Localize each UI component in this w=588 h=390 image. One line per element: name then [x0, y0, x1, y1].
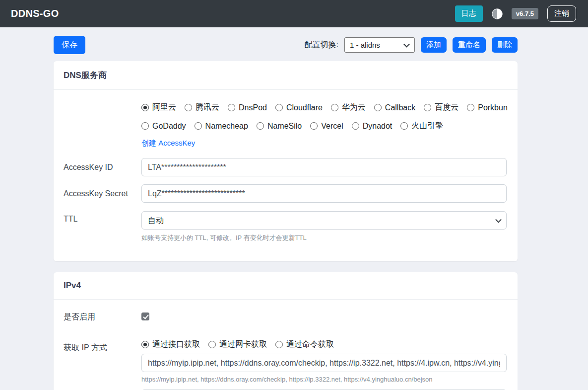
ipv4-ip-method-row: 获取 IP 方式 通过接口获取 通过网卡获取 通过命令获取 https://my…: [64, 339, 507, 390]
radio-icon: [257, 122, 264, 130]
provider-radio-namecheap[interactable]: Namecheap: [195, 122, 248, 131]
ipv4-enable-checkbox[interactable]: [141, 312, 149, 320]
ipv4-enable-label: 是否启用: [64, 312, 141, 322]
provider-radio-tencent[interactable]: 腾讯云: [185, 102, 219, 113]
radio-icon: [352, 122, 359, 130]
rename-config-button[interactable]: 重命名: [453, 37, 486, 53]
provider-radio-vercel[interactable]: Vercel: [310, 122, 343, 131]
radio-icon: [141, 104, 149, 111]
navbar-right: 日志 v6.7.5 注销: [455, 5, 576, 22]
provider-radio-row-1: 阿里云 腾讯云 DnsPod Cloudflare 华为云 Callback 百…: [141, 102, 507, 113]
provider-radio-namesilo[interactable]: NameSilo: [257, 122, 302, 131]
dns-card-body: 阿里云 腾讯云 DnsPod Cloudflare 华为云 Callback 百…: [54, 90, 518, 261]
radio-icon: [141, 122, 149, 130]
ip-method-radio-netcard[interactable]: 通过网卡获取: [208, 339, 267, 350]
delete-config-button[interactable]: 删除: [492, 37, 518, 53]
ttl-row: TTL 自动 如账号支持更小的 TTL, 可修改。IP 有变化时才会更新TTL: [64, 211, 507, 242]
config-select[interactable]: 1 - alidns: [344, 37, 415, 53]
radio-icon: [275, 341, 283, 348]
radio-icon: [400, 122, 408, 130]
accesskey-id-row: AccessKey ID: [64, 158, 507, 176]
radio-icon: [195, 122, 202, 130]
ipv4-card: IPv4 是否启用 获取 IP 方式 通过接口获取 通过网卡获取 通过命令获取: [54, 272, 518, 390]
provider-radio-group: 阿里云 腾讯云 DnsPod Cloudflare 华为云 Callback 百…: [141, 102, 507, 148]
ttl-label: TTL: [64, 211, 141, 224]
ipv4-card-title: IPv4: [64, 281, 508, 291]
provider-radio-baidu[interactable]: 百度云: [424, 102, 458, 113]
navbar: DDNS-GO 日志 v6.7.5 注销: [0, 0, 588, 27]
ttl-select[interactable]: 自动: [141, 211, 507, 230]
accesskey-secret-input[interactable]: [141, 184, 507, 203]
config-switch-label: 配置切换:: [305, 40, 338, 50]
radio-icon: [374, 104, 382, 111]
accesskey-secret-label: AccessKey Secret: [64, 189, 141, 198]
dns-provider-card: DNS服务商 阿里云 腾讯云 DnsPod Cloudflare 华为云 Cal…: [54, 61, 518, 261]
ipv4-enable-row: 是否启用: [64, 312, 507, 322]
logout-button[interactable]: 注销: [547, 5, 576, 22]
ip-method-radio-api[interactable]: 通过接口获取: [141, 339, 200, 350]
provider-radio-dnspod[interactable]: DnsPod: [228, 103, 267, 112]
provider-radio-volcengine[interactable]: 火山引擎: [400, 121, 443, 131]
main-container: 保存 配置切换: 1 - alidns 添加 重命名 删除 DNS服务商 阿里云…: [54, 36, 518, 390]
ipv4-api-url-help: https://myip.ipip.net, https://ddns.oray…: [141, 376, 507, 383]
ipv4-card-body: 是否启用 获取 IP 方式 通过接口获取 通过网卡获取 通过命令获取 https…: [54, 300, 518, 390]
accesskey-id-label: AccessKey ID: [64, 163, 141, 172]
ip-method-radio-row: 通过接口获取 通过网卡获取 通过命令获取: [141, 339, 507, 350]
radio-icon: [331, 104, 338, 111]
create-accesskey-link[interactable]: 创建 AccessKey: [141, 139, 195, 147]
config-select-wrap: 1 - alidns: [344, 37, 415, 53]
add-config-button[interactable]: 添加: [421, 37, 447, 53]
provider-radio-huawei[interactable]: 华为云: [331, 102, 366, 113]
dns-card-title: DNS服务商: [64, 70, 508, 81]
toolbar: 保存 配置切换: 1 - alidns 添加 重命名 删除: [54, 36, 518, 54]
app-brand: DDNS-GO: [11, 8, 59, 19]
provider-radio-row-2: GoDaddy Namecheap NameSilo Vercel Dynado…: [141, 121, 507, 131]
version-badge: v6.7.5: [512, 8, 538, 19]
save-button[interactable]: 保存: [54, 36, 85, 54]
radio-icon: [141, 341, 149, 348]
radio-icon: [185, 104, 192, 111]
radio-icon: [467, 104, 474, 111]
theme-toggle-icon[interactable]: [492, 8, 503, 19]
dns-card-header: DNS服务商: [54, 61, 518, 90]
ttl-help-text: 如账号支持更小的 TTL, 可修改。IP 有变化时才会更新TTL: [141, 234, 507, 242]
config-switch-group: 配置切换: 1 - alidns 添加 重命名 删除: [305, 37, 518, 53]
ip-method-radio-command[interactable]: 通过命令获取: [275, 339, 334, 350]
ttl-select-wrap: 自动: [141, 211, 507, 230]
ipv4-card-header: IPv4: [54, 272, 518, 300]
radio-icon: [228, 104, 235, 111]
create-accesskey-row: 创建 AccessKey: [141, 139, 507, 148]
radio-icon: [275, 104, 283, 111]
provider-radio-callback[interactable]: Callback: [374, 103, 415, 112]
ipv4-api-url-input[interactable]: [141, 354, 507, 372]
provider-radio-porkbun[interactable]: Porkbun: [467, 103, 508, 112]
radio-icon: [424, 104, 431, 111]
radio-icon: [208, 341, 216, 348]
provider-radio-dynadot[interactable]: Dynadot: [352, 122, 392, 131]
radio-icon: [310, 122, 318, 130]
provider-radio-cloudflare[interactable]: Cloudflare: [275, 103, 323, 112]
log-button[interactable]: 日志: [455, 5, 483, 22]
provider-radio-godaddy[interactable]: GoDaddy: [141, 122, 186, 131]
accesskey-id-input[interactable]: [141, 158, 507, 176]
accesskey-secret-row: AccessKey Secret: [64, 184, 507, 203]
ip-method-label: 获取 IP 方式: [64, 339, 141, 353]
provider-radio-aliyun[interactable]: 阿里云: [141, 102, 176, 113]
